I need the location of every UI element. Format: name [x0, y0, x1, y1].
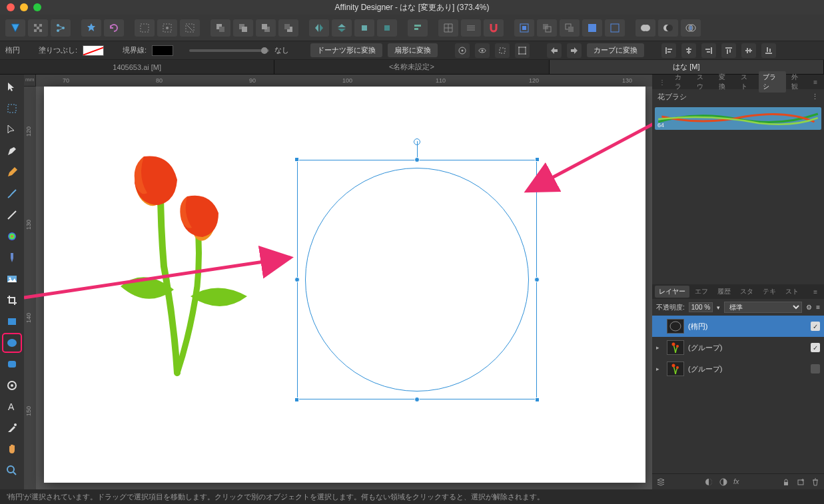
overflow-icon[interactable]: ⋮ — [655, 77, 669, 87]
cycle-selection-icon[interactable] — [547, 43, 562, 58]
tab-history[interactable]: 履歴 — [713, 286, 735, 298]
gear-icon[interactable]: ⚙ — [806, 304, 812, 311]
resize-handle-br[interactable] — [535, 397, 540, 402]
insert-top-button[interactable] — [582, 19, 602, 37]
move-tool[interactable] — [3, 79, 21, 96]
rotate-ccw-button[interactable] — [354, 19, 374, 37]
select-object-icon[interactable] — [180, 19, 200, 37]
brush-tool[interactable] — [3, 185, 21, 202]
transform-origin-icon[interactable] — [455, 43, 470, 58]
convert-to-pie-button[interactable]: 扇形に変換 — [388, 43, 438, 57]
cycle-selection-next-icon[interactable] — [567, 43, 582, 58]
arrange-back-button[interactable] — [278, 19, 298, 37]
horizontal-ruler[interactable]: 70 80 90 100 110 120 130 — [36, 75, 652, 87]
fx-icon[interactable]: fx — [733, 477, 743, 487]
insert-inside-button[interactable] — [514, 19, 534, 37]
fill-swatch[interactable] — [83, 45, 104, 56]
transparency-tool[interactable] — [3, 249, 21, 266]
transforms-icon[interactable] — [515, 43, 530, 58]
rotate-cw-button[interactable] — [377, 19, 397, 37]
select-same-icon[interactable] — [157, 19, 177, 37]
ellipse-selection[interactable] — [297, 160, 537, 399]
rounded-rect-tool[interactable] — [3, 356, 21, 373]
disclosure-icon[interactable]: ▸ — [656, 366, 663, 372]
boolean-add-button[interactable] — [635, 19, 655, 37]
visibility-checkbox[interactable]: ✓ — [811, 322, 820, 331]
align-button[interactable] — [408, 19, 428, 37]
boolean-subtract-button[interactable] — [658, 19, 678, 37]
insert-front-button[interactable] — [560, 19, 580, 37]
synchronize-defaults-button[interactable] — [81, 19, 101, 37]
eyedropper-tool[interactable] — [3, 419, 21, 437]
close-window-button[interactable] — [7, 3, 15, 11]
add-layer-icon[interactable] — [796, 477, 805, 487]
resize-handle-r[interactable] — [534, 277, 540, 282]
node-tool[interactable] — [3, 121, 21, 138]
tab-stock[interactable]: スト — [781, 286, 803, 298]
pen-tool[interactable] — [3, 142, 21, 160]
tab-styles[interactable]: スタ — [736, 286, 757, 298]
hide-selection-icon[interactable] — [495, 43, 510, 58]
layers-stack-icon[interactable] — [656, 477, 665, 487]
resize-handle-t[interactable] — [414, 157, 420, 162]
text-tool[interactable]: A — [3, 398, 21, 415]
minimize-window-button[interactable] — [20, 3, 28, 11]
arrange-forward-button[interactable] — [233, 19, 253, 37]
delete-layer-icon[interactable] — [811, 477, 820, 487]
convert-to-curves-button[interactable]: カーブに変換 — [587, 43, 644, 57]
brush-category-dropdown[interactable]: 花ブラシ⋮ — [652, 89, 824, 105]
ellipse-tool[interactable] — [3, 334, 21, 352]
persona-designer-button[interactable] — [5, 19, 25, 37]
snapping-grid-button[interactable] — [438, 19, 458, 37]
disclosure-icon[interactable]: ▸ — [656, 344, 663, 351]
layer-row-ellipse[interactable]: (楕円) ✓ — [652, 316, 824, 337]
flip-vertical-button[interactable] — [332, 19, 352, 37]
artboard-tool[interactable] — [3, 100, 21, 117]
tab-text[interactable]: テキ — [759, 286, 780, 298]
pencil-tool[interactable] — [3, 164, 21, 181]
visibility-checkbox[interactable]: ✓ — [811, 343, 820, 352]
brush-preset-item[interactable]: 64 — [655, 107, 821, 130]
place-image-tool[interactable] — [3, 270, 21, 288]
mask-icon[interactable] — [704, 477, 713, 487]
align-bottom-icon[interactable] — [761, 43, 776, 58]
arrange-backward-button[interactable] — [256, 19, 276, 37]
doc-tab-1[interactable]: 1405653.ai [M] — [0, 60, 274, 74]
zoom-tool[interactable] — [3, 462, 21, 479]
visibility-checkbox[interactable] — [811, 364, 820, 374]
align-left-icon[interactable] — [661, 43, 676, 58]
resize-handle-bl[interactable] — [294, 397, 299, 402]
adjustment-icon[interactable] — [719, 477, 728, 487]
panel-menu-icon[interactable]: ≡ — [816, 304, 820, 311]
tab-effects[interactable]: エフ — [691, 286, 712, 298]
revert-defaults-button[interactable] — [104, 19, 124, 37]
vector-brush-tool[interactable] — [3, 206, 21, 224]
resize-handle-b[interactable] — [414, 397, 420, 402]
align-center-v-icon[interactable] — [741, 43, 756, 58]
opacity-input[interactable]: 100 % — [689, 302, 713, 312]
crop-tool[interactable] — [3, 292, 21, 309]
canvas[interactable]: mm 70 80 90 100 110 120 130 120 130 140 … — [24, 75, 652, 489]
panel-menu-icon[interactable]: ≡ — [809, 77, 821, 87]
snapping-magnet-button[interactable] — [484, 19, 504, 37]
stroke-width-slider[interactable] — [189, 49, 269, 52]
boolean-intersect-button[interactable] — [681, 19, 701, 37]
insert-behind-button[interactable] — [537, 19, 557, 37]
ellipse-shape[interactable] — [305, 168, 529, 391]
persona-pixel-button[interactable] — [28, 19, 48, 37]
lock-icon[interactable] — [781, 477, 791, 487]
rectangle-tool[interactable] — [3, 313, 21, 330]
stroke-swatch[interactable] — [152, 45, 173, 56]
persona-export-button[interactable] — [51, 19, 71, 37]
insert-bottom-button[interactable] — [605, 19, 625, 37]
zoom-window-button[interactable] — [33, 3, 41, 11]
doc-tab-2[interactable]: <名称未設定> — [274, 60, 549, 74]
convert-to-donut-button[interactable]: ドーナツ形に変換 — [310, 43, 382, 57]
tab-layers[interactable]: レイヤー — [655, 286, 689, 298]
align-center-h-icon[interactable] — [681, 43, 696, 58]
select-all-icon[interactable] — [135, 19, 155, 37]
snapping-options-button[interactable] — [461, 19, 481, 37]
panel-menu-icon[interactable]: ≡ — [809, 287, 821, 297]
cog-shape-tool[interactable] — [3, 377, 21, 394]
layer-row-group-2[interactable]: ▸ (グループ) — [652, 358, 824, 379]
